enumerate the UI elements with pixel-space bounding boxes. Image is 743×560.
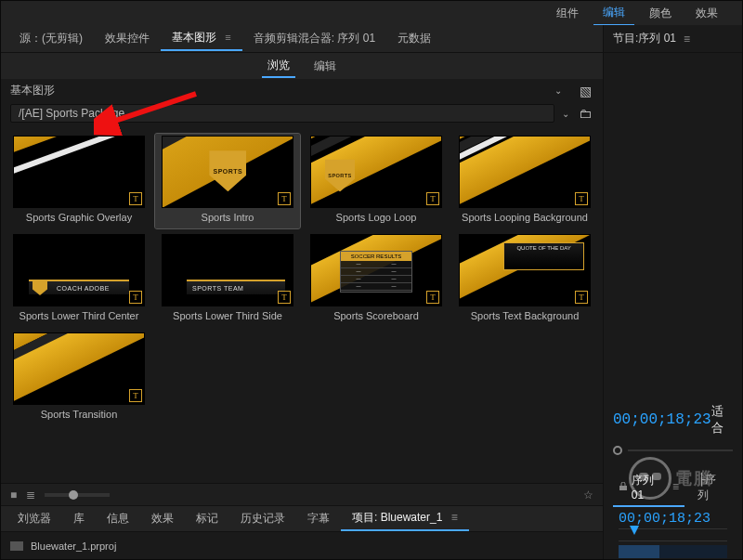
seq-tab-2[interactable]: ├序列 xyxy=(692,468,733,507)
tab-essential-graphics-label: 基本图形 xyxy=(172,31,216,44)
timeline-panel: 00;00;18;23 xyxy=(613,509,733,559)
mogrt-badge-icon: T xyxy=(575,291,588,304)
left-panel: 源：(无剪辑) 效果控件 基本图形 ≡ 音频剪辑混合器: 序列 01 元数据 浏… xyxy=(1,25,603,559)
mogrt-badge-icon: T xyxy=(426,291,439,304)
template-label: Sports Lower Third Side xyxy=(173,308,282,325)
list-view-icon[interactable]: ≣ xyxy=(26,488,35,501)
template-tile[interactable]: TSports Looping Background xyxy=(452,134,597,228)
template-thumbnail: SOCCER RESULTS————————T xyxy=(310,234,442,306)
template-thumbnail: COACH ADOBET xyxy=(13,234,145,306)
source-panel-tabs: 源：(无剪辑) 效果控件 基本图形 ≡ 音频剪辑混合器: 序列 01 元数据 xyxy=(1,25,603,53)
tab-audio-clip-mixer[interactable]: 音频剪辑混合器: 序列 01 xyxy=(242,27,386,50)
mogrt-badge-icon: T xyxy=(129,192,142,205)
grid-view-icon[interactable]: ■ xyxy=(10,488,17,501)
tab-library[interactable]: 库 xyxy=(62,507,96,530)
template-label: Sports Logo Loop xyxy=(336,210,417,227)
workspace-bar: 组件 编辑 颜色 效果 xyxy=(1,1,742,25)
template-thumbnail: QUOTE OF THE DAYT xyxy=(459,234,591,306)
eg-folder-path[interactable]: /[AE] Sports Package xyxy=(10,104,554,123)
program-timecode[interactable]: 00;00;18;23 xyxy=(613,411,711,428)
project-tab-menu-icon[interactable]: ≡ xyxy=(451,511,458,524)
favorite-filter-icon[interactable]: ☆ xyxy=(583,488,593,501)
thumbnail-size-slider[interactable] xyxy=(45,493,110,497)
template-thumbnail: T xyxy=(13,136,145,208)
eg-footer: ■ ≣ ☆ xyxy=(1,483,603,505)
lock-icon xyxy=(619,482,628,491)
tab-essential-graphics[interactable]: 基本图形 ≡ xyxy=(161,26,242,51)
template-label: Sports Looping Background xyxy=(462,210,588,227)
project-panel: Bluewater_1.prproj xyxy=(1,531,603,559)
essential-graphics-area: 基本图形 ⌄ ▧ /[AE] Sports Package ⌄ 🗀 TSport… xyxy=(1,79,603,505)
template-tile[interactable]: SPORTSTSports Logo Loop xyxy=(304,134,449,228)
program-zoom-bar[interactable] xyxy=(613,446,733,455)
tab-media-browser[interactable]: 刘览器 xyxy=(7,507,62,530)
mogrt-badge-icon: T xyxy=(129,291,142,304)
project-filename[interactable]: Bluewater_1.prproj xyxy=(31,540,116,552)
ws-tab-editing[interactable]: 编辑 xyxy=(593,1,634,26)
zoom-handle-left-icon[interactable] xyxy=(613,446,622,455)
timeline-clip[interactable] xyxy=(619,545,659,558)
seq-tab-1-label: 序列 01 xyxy=(632,473,669,501)
template-thumbnail: SPORTST xyxy=(310,136,442,208)
template-thumbnail: T xyxy=(459,136,591,208)
ws-tab-effects[interactable]: 效果 xyxy=(686,2,727,25)
zoom-fit-label[interactable]: 适合 xyxy=(711,403,733,436)
eg-view-toggle-icon[interactable]: ▧ xyxy=(577,84,593,98)
program-monitor-viewport[interactable] xyxy=(613,62,733,401)
mogrt-badge-icon: T xyxy=(129,389,142,402)
tab-project[interactable]: 项目: Bluewater_1 ≡ xyxy=(341,506,469,531)
template-tile[interactable]: SPORTSTSports Intro xyxy=(155,134,300,228)
timeline-track-v1[interactable] xyxy=(619,545,727,558)
tab-effect-controls[interactable]: 效果控件 xyxy=(94,27,161,50)
project-icon xyxy=(10,541,23,551)
tab-metadata[interactable]: 元数据 xyxy=(386,27,442,50)
seq-tab-1[interactable]: 序列 01 ≡ xyxy=(613,468,684,507)
template-tile[interactable]: QUOTE OF THE DAYTSports Text Background xyxy=(452,232,597,327)
svg-rect-1 xyxy=(619,486,627,490)
tab-source-none[interactable]: 源：(无剪辑) xyxy=(8,27,94,50)
playhead-icon[interactable] xyxy=(630,526,639,535)
timeline-sequence-tabs: 序列 01 ≡ ├序列 xyxy=(613,468,733,507)
eg-subtab-edit[interactable]: 编辑 xyxy=(308,56,342,77)
eg-subtab-browse[interactable]: 浏览 xyxy=(262,55,295,78)
template-tile[interactable]: TSports Graphic Overlay xyxy=(7,134,151,228)
mogrt-badge-icon: T xyxy=(575,192,588,205)
template-thumbnail: SPORTST xyxy=(162,136,293,208)
eg-path-chevron-icon[interactable]: ⌄ xyxy=(562,109,569,119)
template-tile[interactable]: SOCCER RESULTS————————TSports Scoreboard xyxy=(304,232,449,327)
mogrt-badge-icon: T xyxy=(278,192,291,205)
tab-project-prefix: 项目: xyxy=(352,511,381,524)
tab-captions[interactable]: 字幕 xyxy=(296,507,341,530)
eg-section-title: 基本图形 xyxy=(10,83,55,98)
seq-tab-menu-icon[interactable]: ≡ xyxy=(672,480,679,493)
tab-history[interactable]: 历史记录 xyxy=(229,507,296,530)
eg-subtabs: 浏览 编辑 xyxy=(1,53,603,79)
tab-project-name: Bluewater_1 xyxy=(381,511,443,524)
template-label: Sports Scoreboard xyxy=(333,308,419,325)
template-label: Sports Transition xyxy=(41,407,118,423)
template-thumbnail: T xyxy=(13,332,145,405)
ws-tab-assembly[interactable]: 组件 xyxy=(547,2,588,25)
template-label: Sports Intro xyxy=(202,210,254,227)
program-monitor-panel: 节目: 序列 01 ≡ 00;00;18;23 适合 電腦 xyxy=(603,25,742,559)
template-tile[interactable]: TSports Transition xyxy=(7,331,151,425)
mogrt-badge-icon: T xyxy=(278,291,291,304)
template-thumbnail: SPORTS TEAMT xyxy=(162,234,293,306)
tab-effects[interactable]: 效果 xyxy=(140,507,185,530)
template-label: Sports Text Background xyxy=(471,308,580,325)
template-label: Sports Graphic Overlay xyxy=(26,210,132,227)
timeline-timecode[interactable]: 00;00;18;23 xyxy=(619,511,710,527)
template-grid: TSports Graphic OverlaySPORTSTSports Int… xyxy=(1,128,603,483)
timeline-ruler[interactable] xyxy=(619,528,727,541)
mogrt-badge-icon: T xyxy=(426,192,439,205)
tab-info[interactable]: 信息 xyxy=(96,507,140,530)
ws-tab-color[interactable]: 颜色 xyxy=(640,2,681,25)
eg-new-folder-icon[interactable]: 🗀 xyxy=(577,106,593,121)
eg-collapse-icon[interactable]: ⌄ xyxy=(554,85,562,96)
template-tile[interactable]: SPORTS TEAMTSports Lower Third Side xyxy=(155,232,300,327)
template-label: Sports Lower Third Center xyxy=(20,308,139,325)
tab-markers[interactable]: 标记 xyxy=(185,507,229,530)
tab-menu-icon[interactable]: ≡ xyxy=(225,32,230,43)
lower-panel-tabs: 刘览器 库 信息 效果 标记 历史记录 字幕 项目: Bluewater_1 ≡ xyxy=(1,505,603,531)
template-tile[interactable]: COACH ADOBETSports Lower Third Center xyxy=(7,232,151,327)
